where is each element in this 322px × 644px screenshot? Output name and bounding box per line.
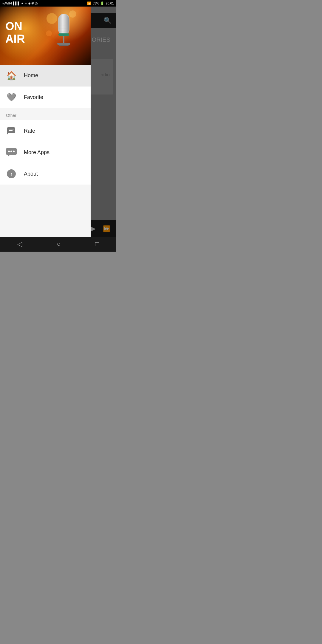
nav-bar: ◁ ○ □ [0, 237, 116, 252]
heart-icon: 🩶 [6, 92, 17, 103]
svg-rect-9 [63, 35, 64, 44]
more-apps-icon [6, 147, 17, 158]
rate-icon [6, 126, 17, 136]
about-label: About [24, 171, 38, 177]
svg-rect-10 [57, 43, 70, 45]
on-air-label: ON AIR [5, 20, 25, 45]
heart-icon-glyph: 🩶 [7, 93, 16, 102]
rate-label: Rate [24, 128, 35, 134]
svg-rect-11 [59, 45, 69, 46]
home-label: Home [24, 72, 38, 79]
more-apps-label: More Apps [24, 149, 49, 156]
home-icon-glyph: 🏠 [6, 71, 17, 80]
icons-row: ✦ ✧ ◈ ❋ ◎ [21, 1, 38, 5]
wifi-label: toWIFI [2, 1, 12, 5]
microphone-image [46, 10, 82, 62]
on-text: ON [5, 20, 25, 33]
air-text: AIR [5, 33, 25, 45]
info-icon: i [6, 168, 17, 179]
status-right: 📶 83% 🔋 20:01 [87, 1, 114, 5]
svg-point-19 [10, 151, 12, 152]
sidebar-item-favorite[interactable]: 🩶 Favorite [0, 86, 91, 108]
back-button[interactable]: ◁ [17, 240, 22, 248]
navigation-drawer: ON AIR [0, 7, 91, 237]
drawer-header: ON AIR [0, 7, 91, 65]
sidebar-item-about[interactable]: i About [0, 163, 91, 185]
svg-point-2 [46, 30, 52, 36]
sidebar-item-home[interactable]: 🏠 Home [0, 65, 91, 86]
svg-text:i: i [10, 171, 12, 177]
signal-icon: ▌▌▌ [13, 1, 20, 5]
drawer-shadow[interactable] [91, 7, 116, 237]
svg-point-18 [8, 151, 10, 152]
time-label: 20:01 [106, 1, 114, 5]
drawer-menu: 🏠 Home 🩶 Favorite Other [0, 65, 91, 237]
home-button[interactable]: ○ [57, 240, 61, 248]
sidebar-item-more-apps[interactable]: More Apps [0, 142, 91, 163]
favorite-label: Favorite [24, 94, 43, 100]
wifi-icon: 📶 [87, 1, 91, 5]
svg-marker-21 [8, 155, 10, 157]
svg-point-0 [47, 13, 57, 24]
other-section-label: Other [0, 108, 91, 120]
battery-icon: 🔋 [100, 1, 104, 5]
svg-point-1 [69, 10, 76, 18]
status-bar: toWIFI ▌▌▌ ✦ ✧ ◈ ❋ ◎ 📶 83% 🔋 20:01 [0, 0, 116, 7]
svg-rect-12 [58, 33, 69, 36]
status-left: toWIFI ▌▌▌ ✦ ✧ ◈ ❋ ◎ [2, 1, 38, 5]
sidebar-item-rate[interactable]: Rate [0, 120, 91, 142]
battery-label: 83% [92, 1, 99, 5]
svg-point-20 [13, 151, 15, 152]
recents-button[interactable]: □ [95, 240, 99, 248]
svg-marker-16 [7, 133, 9, 134]
home-icon: 🏠 [6, 70, 17, 81]
